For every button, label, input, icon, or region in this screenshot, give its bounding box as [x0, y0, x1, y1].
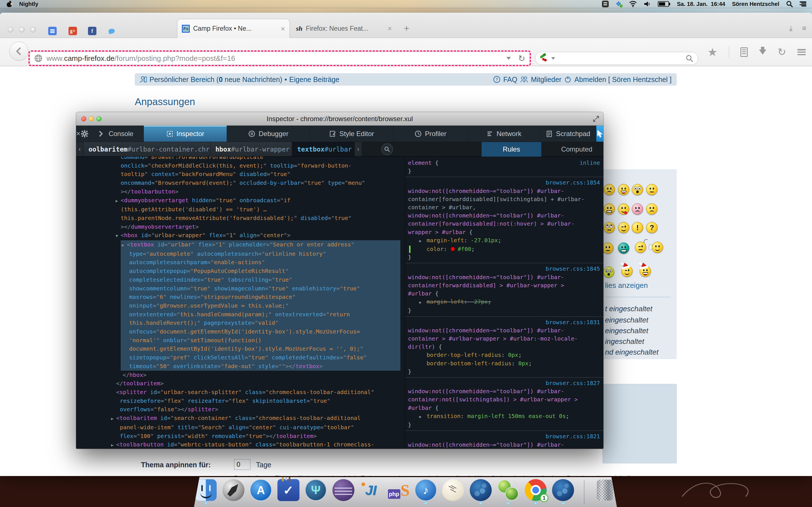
notification-center-icon[interactable] — [800, 1, 806, 6]
lens-app-icon[interactable] — [497, 479, 519, 501]
markup-line[interactable]: ></dummyobservertarget> — [76, 223, 405, 231]
wifi-icon[interactable] — [629, 1, 637, 7]
markup-line[interactable]: oncommand="BrowserForward(event);" occlu… — [76, 179, 405, 187]
markup-line[interactable]: ▼<hbox id="urlbar-wrapper" flex="1" alig… — [76, 231, 405, 240]
smiley-santa_wink[interactable] — [621, 266, 633, 277]
bookmark-star-icon[interactable]: ★ — [707, 46, 718, 59]
css-property[interactable]: ▶transition: margin-left 150ms ease-out … — [408, 412, 603, 421]
devtools-tab-style-editor[interactable]: Style Editor — [310, 126, 393, 142]
menubar-clock[interactable]: Sa. 18. Jan. 16:44 — [677, 1, 725, 7]
dock-item-trash[interactable] — [593, 479, 617, 501]
markup-line[interactable]: showcommentcolumn="true" showimagecolumn… — [121, 284, 400, 293]
breadcrumb-back-icon[interactable]: ‹ — [76, 142, 84, 156]
devtools-settings-gear-icon[interactable] — [81, 126, 89, 142]
pinned-tab-googleplus-icon[interactable]: g+ — [68, 27, 77, 35]
css-property[interactable]: border-bottom-left-radius: 0px; — [408, 359, 603, 368]
markup-line[interactable]: panel-wide-item" title="Search" align="c… — [76, 423, 405, 432]
devtools-tab-network[interactable]: Network — [468, 126, 540, 142]
dock-item-launchpad[interactable] — [221, 479, 245, 501]
smiley-neutral[interactable] — [646, 184, 658, 195]
markup-line[interactable]: completeselectedindex="true" tabscrollin… — [121, 276, 400, 284]
markup-line[interactable]: 'normal'" onblur="setTimeout(function() — [121, 336, 400, 345]
window-zoom-button[interactable] — [31, 27, 36, 33]
search-engine-dropdown-icon[interactable] — [551, 57, 555, 60]
stylesheet-link[interactable]: inline — [580, 159, 600, 167]
stylesheet-link[interactable]: browser.css:1854 — [408, 179, 603, 187]
markup-line[interactable]: type="autocomplete" autocompletesearch="… — [121, 249, 400, 258]
markup-line[interactable]: tooltip" context="backForwardMenu" disab… — [76, 170, 405, 179]
smiley-scratch[interactable] — [635, 242, 646, 253]
window-minimize-button[interactable] — [19, 27, 24, 33]
markup-line[interactable]: ▶<toolbarbutton id="webrtc-status-button… — [76, 440, 405, 449]
smiley-frown[interactable] — [604, 184, 615, 195]
itunes-icon[interactable]: ♪ — [415, 479, 437, 501]
stylesheet-link[interactable]: browser.css:1827 — [408, 379, 603, 387]
markup-line[interactable]: sizetopopup="pref" clickSelectsAll="true… — [121, 353, 400, 362]
expand-twisty-icon[interactable]: ▶ — [111, 441, 116, 449]
chrome-icon[interactable]: 1 — [525, 479, 547, 501]
tab-close-icon[interactable]: × — [281, 25, 285, 33]
stylesheet-link[interactable]: browser.css:1845 — [408, 265, 603, 273]
devtools-close-panel-icon[interactable]: × — [76, 126, 81, 142]
pick-element-icon[interactable] — [596, 126, 603, 142]
smiley-grimace[interactable] — [604, 203, 615, 215]
url-bar[interactable]: www.camp-firefox.de/forum/posting.php?mo… — [30, 52, 529, 65]
markup-view[interactable]: command="Browser:ForwardOrForwardDuplica… — [76, 157, 405, 449]
search-bar[interactable] — [535, 52, 698, 65]
bookmarks-panel-icon[interactable] — [741, 47, 748, 57]
color-swatch[interactable] — [450, 246, 455, 251]
intellij-icon[interactable]: JI — [360, 479, 382, 501]
markup-line[interactable]: ></toolbarbutton> — [76, 187, 405, 196]
logout-link[interactable]: Abmelden [ Sören Hentzschel ] — [574, 75, 672, 83]
members-link[interactable]: Mitglieder — [531, 75, 561, 83]
resize-icon[interactable] — [593, 115, 599, 122]
sidebar-tab-computed[interactable]: Computed — [541, 142, 603, 157]
dock-item-intellij[interactable]: JI — [359, 479, 383, 501]
tab-firefox-neues[interactable]: sh Firefox: Neues Feat... × — [293, 19, 395, 38]
smiley-neutral[interactable] — [602, 242, 613, 254]
trash-icon[interactable] — [597, 479, 613, 501]
devtools-minimize-button[interactable] — [89, 116, 94, 121]
battery-icon[interactable] — [658, 1, 670, 7]
markup-line[interactable]: resizebefore="flex" resizeafter="flex" s… — [76, 397, 405, 405]
app-store-icon[interactable]: A — [250, 479, 272, 501]
tab-list-icon[interactable]: ≡ — [802, 24, 806, 33]
sync-icon[interactable]: ↻ — [777, 46, 786, 58]
apple-menu-icon[interactable] — [7, 1, 12, 7]
stylesheet-link[interactable]: browser.css:1821 — [408, 432, 603, 441]
search-icon[interactable] — [686, 54, 693, 62]
markup-line[interactable]: autocompletepopup="PopupAutoCompleteRich… — [121, 267, 400, 276]
markup-line[interactable]: flex="100" persist="width" removable="tr… — [76, 432, 405, 441]
expand-twisty-icon[interactable]: ▼ — [116, 231, 121, 240]
dock-item-chrome[interactable]: 1 — [524, 479, 548, 504]
new-tab-button[interactable]: + — [404, 23, 409, 34]
markup-line[interactable]: this.handleRevert();" pageproxystate="va… — [121, 319, 400, 327]
launchpad-icon[interactable] — [222, 479, 245, 501]
css-property[interactable]: ▶margin-left: -27.01px; — [408, 236, 603, 245]
smiley-tongue[interactable] — [618, 203, 629, 215]
dock-item-finder[interactable] — [194, 479, 218, 504]
menubar-user[interactable]: Sören Hentzschel — [732, 1, 779, 7]
css-property[interactable]: ▶margin-left: -27px; — [408, 298, 603, 306]
breadcrumb-forward-icon[interactable]: › — [355, 142, 362, 156]
devtools-tab-inspector[interactable]: Inspector — [144, 126, 227, 142]
markup-line[interactable]: ▶<toolbaritem id="search-container" clas… — [76, 414, 405, 423]
sourcetree-icon[interactable]: Ψ — [305, 479, 327, 501]
dock-item-nightly[interactable] — [469, 479, 493, 504]
selected-element-block[interactable]: ▶<textbox id="urlbar" flex="1" placehold… — [121, 240, 400, 371]
rules-view[interactable]: element {inline}browser.css:1854window:n… — [405, 157, 603, 449]
dock-item-things[interactable]: ✓ — [276, 479, 300, 501]
devtools-tab-console[interactable]: Console — [89, 126, 144, 142]
reload-icon[interactable]: ↻ — [518, 54, 525, 63]
pinned-tab-facebook-icon[interactable]: f — [88, 27, 96, 35]
expand-twisty-icon[interactable]: ▶ — [116, 196, 121, 205]
markup-line[interactable]: <splitter id="urlbar-search-splitter" cl… — [76, 388, 405, 397]
markup-line[interactable]: ontextentered="this.handleCommand(param)… — [121, 310, 400, 319]
smiley-thumbs[interactable] — [652, 242, 663, 253]
markup-line[interactable]: maxrows="6" newlines="stripsurroundingwh… — [121, 293, 400, 301]
stylesheet-link[interactable]: browser.css:1831 — [408, 318, 603, 327]
breadcrumb-oolbaritem[interactable]: oolbaritem#urlbar-container.chromecla — [84, 142, 210, 156]
markup-line[interactable]: autocompletesearchparam="enable-actions" — [121, 258, 400, 267]
back-button[interactable] — [9, 42, 29, 61]
smiley-santa_grin[interactable] — [640, 266, 651, 277]
